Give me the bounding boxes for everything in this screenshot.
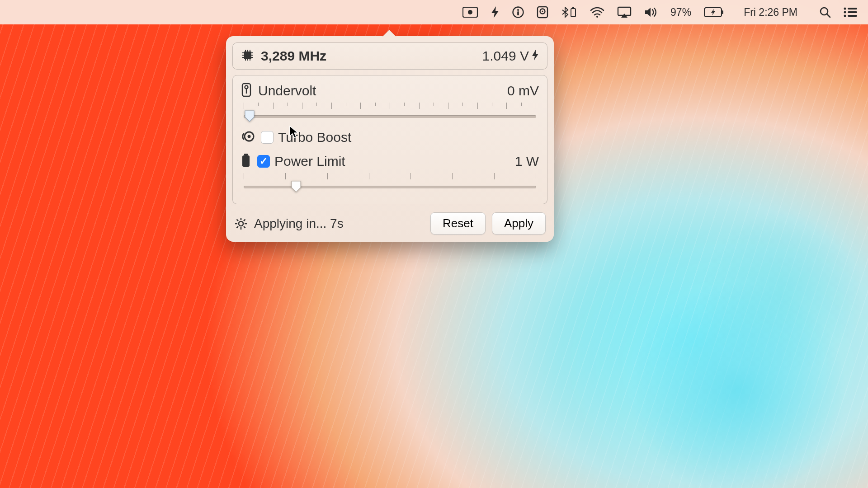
power-slider-thumb[interactable]: [290, 179, 302, 193]
turbo-row: Turbo Boost: [241, 130, 539, 145]
battery-percent[interactable]: 97%: [670, 6, 691, 19]
svg-point-16: [844, 8, 846, 10]
svg-rect-8: [571, 9, 576, 17]
svg-rect-41: [244, 154, 248, 155]
apply-button[interactable]: Apply: [492, 212, 546, 235]
svg-point-10: [596, 16, 598, 18]
turbo-icon: [241, 131, 255, 144]
volume-icon[interactable]: [644, 7, 658, 18]
controls-box: Undervolt 0 mV Turbo Boost Power Limit: [232, 75, 547, 204]
svg-point-36: [245, 86, 248, 89]
turbo-checkbox[interactable]: [261, 131, 274, 144]
svg-point-18: [844, 11, 846, 14]
svg-rect-22: [244, 52, 251, 59]
svg-rect-21: [848, 15, 857, 17]
battery-icon: [241, 153, 251, 169]
svg-line-47: [237, 219, 239, 221]
bluetooth-battery-icon[interactable]: [561, 6, 577, 19]
cpu-header-row: 3,289 MHz 1.049 V: [232, 42, 547, 70]
gear-icon[interactable]: [234, 217, 248, 230]
disk-icon[interactable]: [537, 6, 548, 19]
power-checkbox[interactable]: [257, 155, 270, 168]
svg-rect-19: [848, 11, 857, 13]
wifi-icon[interactable]: [590, 7, 604, 18]
lightning-icon[interactable]: [491, 6, 500, 18]
cpu-chip-icon: [241, 48, 255, 64]
airplay-icon[interactable]: [617, 6, 632, 18]
list-icon[interactable]: [844, 7, 857, 17]
svg-point-39: [248, 135, 251, 138]
status-text: Applying in... 7s: [254, 216, 344, 231]
undervolt-slider-thumb[interactable]: [243, 109, 256, 122]
svg-point-7: [542, 11, 543, 12]
svg-rect-13: [722, 10, 723, 14]
search-icon[interactable]: [819, 6, 831, 18]
svg-line-48: [244, 226, 245, 228]
power-value: 1 W: [515, 154, 539, 169]
undervolt-ticks: [244, 103, 536, 109]
power-row: Power Limit 1 W: [241, 153, 539, 169]
svg-line-49: [237, 226, 239, 228]
svg-rect-9: [572, 7, 574, 9]
info-icon[interactable]: [512, 6, 524, 18]
cpu-frequency: 3,289 MHz: [261, 48, 326, 64]
turbo-label: Turbo Boost: [278, 130, 351, 145]
svg-rect-40: [242, 155, 250, 167]
undervolt-slider[interactable]: [244, 110, 536, 123]
menu-bar: 97% Fri 2:26 PM: [0, 0, 868, 24]
reset-button[interactable]: Reset: [430, 212, 486, 235]
clock: Fri 2:26 PM: [744, 6, 797, 19]
svg-point-1: [468, 10, 472, 14]
undervolt-row: Undervolt 0 mV: [241, 83, 539, 99]
power-ticks: [244, 173, 536, 179]
svg-point-20: [844, 15, 846, 17]
cpu-control-popover: 3,289 MHz 1.049 V Undervolt 0 mV: [226, 36, 554, 242]
svg-point-3: [517, 9, 519, 11]
footer-row: Applying in... 7s Reset Apply: [232, 211, 547, 235]
undervolt-value: 0 mV: [507, 83, 539, 99]
undervolt-icon: [241, 83, 252, 99]
bolt-icon: [532, 48, 539, 64]
screen-record-icon[interactable]: [462, 7, 478, 18]
svg-point-42: [239, 221, 243, 226]
battery-charging-icon[interactable]: [704, 7, 724, 17]
svg-line-50: [244, 219, 245, 221]
cpu-voltage: 1.049 V: [482, 48, 529, 64]
power-label: Power Limit: [274, 154, 345, 169]
power-slider[interactable]: [244, 180, 536, 194]
svg-rect-17: [848, 8, 857, 9]
svg-line-15: [827, 14, 830, 17]
svg-rect-4: [517, 11, 519, 15]
undervolt-label: Undervolt: [258, 83, 316, 99]
